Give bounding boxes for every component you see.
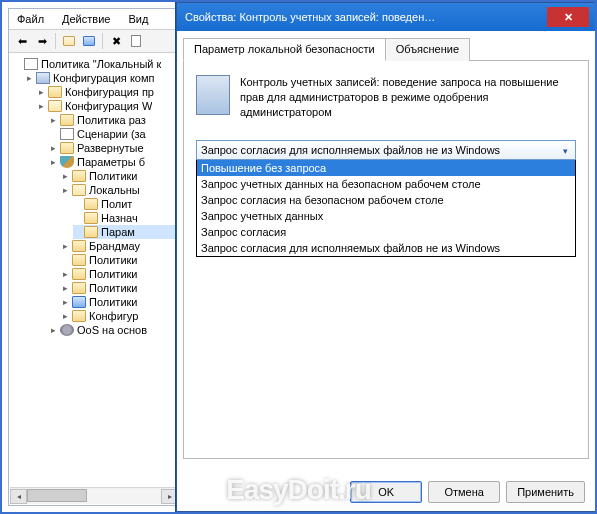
tree-item[interactable]: ▸Развернутые bbox=[49, 141, 177, 155]
properties-dialog: Свойства: Контроль учетных записей: пове… bbox=[176, 2, 596, 512]
tree-twisty-icon[interactable] bbox=[61, 256, 70, 265]
tree-twisty-icon[interactable] bbox=[13, 60, 22, 69]
tree-item-label: Параметры б bbox=[77, 156, 145, 168]
tree-item[interactable]: ▸Конфигурация W bbox=[37, 99, 177, 113]
dropdown-option[interactable]: Запрос согласия bbox=[197, 224, 575, 240]
tree-twisty-icon[interactable]: ▸ bbox=[61, 312, 70, 321]
tree-twisty-icon[interactable]: ▸ bbox=[49, 326, 58, 335]
tree-item[interactable]: Полит bbox=[73, 197, 177, 211]
tree-twisty-icon[interactable]: ▸ bbox=[61, 172, 70, 181]
folder-icon bbox=[72, 254, 86, 266]
tree-item-label: Развернутые bbox=[77, 142, 144, 154]
folder-icon bbox=[60, 114, 74, 126]
tree-item[interactable]: ▸Политики bbox=[61, 169, 177, 183]
tree-twisty-icon[interactable]: ▸ bbox=[49, 116, 58, 125]
tree-item-label: Конфигурация комп bbox=[53, 72, 154, 84]
tree-item[interactable]: ▸Брандмау bbox=[61, 239, 177, 253]
tree-item-label: Брандмау bbox=[89, 240, 140, 252]
tree-item[interactable]: ▸Конфигурация пр bbox=[37, 85, 177, 99]
tree-item-label: Политики bbox=[89, 254, 138, 266]
tree-item[interactable]: ▸OoS на основ bbox=[49, 323, 177, 337]
tree-item-label: Назнач bbox=[101, 212, 138, 224]
dropdown-option[interactable]: Запрос согласия на безопасном рабочем ст… bbox=[197, 192, 575, 208]
policy-value-dropdown[interactable]: Запрос согласия для исполняемых файлов н… bbox=[196, 140, 576, 160]
tree-twisty-icon[interactable]: ▸ bbox=[37, 102, 46, 111]
tree-item-label: OoS на основ bbox=[77, 324, 147, 336]
policy-icon bbox=[196, 75, 230, 115]
tree-item-label: Конфигурация пр bbox=[65, 86, 154, 98]
cancel-button[interactable]: Отмена bbox=[428, 481, 500, 503]
scroll-thumb[interactable] bbox=[27, 489, 87, 502]
tree-twisty-icon[interactable]: ▸ bbox=[37, 88, 46, 97]
tree-twisty-icon[interactable]: ▸ bbox=[61, 284, 70, 293]
folder-icon bbox=[72, 282, 86, 294]
menu-action[interactable]: Действие bbox=[62, 13, 110, 25]
tree-item[interactable]: Политика "Локальный к bbox=[13, 57, 177, 71]
tree-item-label: Политика раз bbox=[77, 114, 146, 126]
folder-icon bbox=[72, 170, 86, 182]
tree-item-label: Политики bbox=[89, 170, 138, 182]
tree-item[interactable]: ▸Конфигурация комп bbox=[25, 71, 177, 85]
shield-icon bbox=[60, 156, 74, 168]
properties-button[interactable] bbox=[80, 32, 98, 50]
horizontal-scrollbar[interactable]: ◂ ▸ bbox=[10, 487, 178, 504]
tree-item-label: Полит bbox=[101, 198, 132, 210]
folder-icon bbox=[72, 240, 86, 252]
policy-description: Контроль учетных записей: поведение запр… bbox=[240, 75, 576, 120]
tree-item[interactable]: Парам bbox=[73, 225, 177, 239]
tree-twisty-icon[interactable] bbox=[73, 214, 82, 223]
tree-twisty-icon[interactable] bbox=[49, 130, 58, 139]
dialog-titlebar[interactable]: Свойства: Контроль учетных записей: пове… bbox=[177, 3, 595, 31]
tree-twisty-icon[interactable]: ▸ bbox=[49, 158, 58, 167]
scroll-left-button[interactable]: ◂ bbox=[10, 489, 27, 504]
folder-icon bbox=[48, 86, 62, 98]
tree-twisty-icon[interactable] bbox=[73, 200, 82, 209]
tree-item[interactable]: ▸Политики bbox=[61, 267, 177, 281]
dropdown-option[interactable]: Повышение без запроса bbox=[197, 160, 575, 176]
tree-twisty-icon[interactable]: ▸ bbox=[25, 74, 34, 83]
folder-blue-icon bbox=[72, 296, 86, 308]
tab-strip: Параметр локальной безопасности Объяснен… bbox=[183, 37, 589, 61]
ok-button[interactable]: OK bbox=[350, 481, 422, 503]
tab-local-security[interactable]: Параметр локальной безопасности bbox=[183, 38, 386, 61]
tree-item-label: Политики bbox=[89, 282, 138, 294]
toolbar: ⬅ ➡ ✖ bbox=[9, 30, 179, 53]
nav-forward-button[interactable]: ➡ bbox=[33, 32, 51, 50]
dropdown-option[interactable]: Запрос учетных данных bbox=[197, 208, 575, 224]
tree-item[interactable]: ▸Политики bbox=[61, 295, 177, 309]
tree-item[interactable]: ▸Локальны bbox=[61, 183, 177, 197]
tree-item[interactable]: ▸Параметры б bbox=[49, 155, 177, 169]
tree-twisty-icon[interactable]: ▸ bbox=[61, 186, 70, 195]
dialog-title: Свойства: Контроль учетных записей: пове… bbox=[185, 11, 435, 23]
tree-view[interactable]: Политика "Локальный к▸Конфигурация комп▸… bbox=[9, 53, 179, 473]
apply-button[interactable]: Применить bbox=[506, 481, 585, 503]
menu-view[interactable]: Вид bbox=[128, 13, 148, 25]
tree-item[interactable]: Назнач bbox=[73, 211, 177, 225]
dropdown-list[interactable]: Повышение без запросаЗапрос учетных данн… bbox=[196, 159, 576, 257]
tree-item[interactable]: ▸Политики bbox=[61, 281, 177, 295]
delete-button[interactable]: ✖ bbox=[107, 32, 125, 50]
tree-twisty-icon[interactable] bbox=[73, 228, 82, 237]
dropdown-option[interactable]: Запрос согласия для исполняемых файлов н… bbox=[197, 240, 575, 256]
tree-twisty-icon[interactable]: ▸ bbox=[49, 144, 58, 153]
tree-item-label: Конфигур bbox=[89, 310, 138, 322]
nav-back-button[interactable]: ⬅ bbox=[13, 32, 31, 50]
tree-item[interactable]: ▸Конфигур bbox=[61, 309, 177, 323]
menu-file[interactable]: Файл bbox=[17, 13, 44, 25]
tree-item[interactable]: Политики bbox=[61, 253, 177, 267]
pc-icon bbox=[36, 72, 50, 84]
tree-twisty-icon[interactable]: ▸ bbox=[61, 242, 70, 251]
tree-twisty-icon[interactable]: ▸ bbox=[61, 270, 70, 279]
dropdown-selected-value: Запрос согласия для исполняемых файлов н… bbox=[201, 144, 500, 156]
menu-bar: Файл Действие Вид bbox=[9, 9, 179, 30]
tree-twisty-icon[interactable]: ▸ bbox=[61, 298, 70, 307]
tree-item-label: Конфигурация W bbox=[65, 100, 152, 112]
tab-explain[interactable]: Объяснение bbox=[385, 38, 470, 61]
dropdown-option[interactable]: Запрос учетных данных на безопасном рабо… bbox=[197, 176, 575, 192]
tree-item[interactable]: ▸Политика раз bbox=[49, 113, 177, 127]
export-button[interactable] bbox=[127, 32, 145, 50]
close-button[interactable]: ✕ bbox=[547, 7, 589, 27]
folder-icon bbox=[84, 212, 98, 224]
up-button[interactable] bbox=[60, 32, 78, 50]
tree-item[interactable]: Сценарии (за bbox=[49, 127, 177, 141]
